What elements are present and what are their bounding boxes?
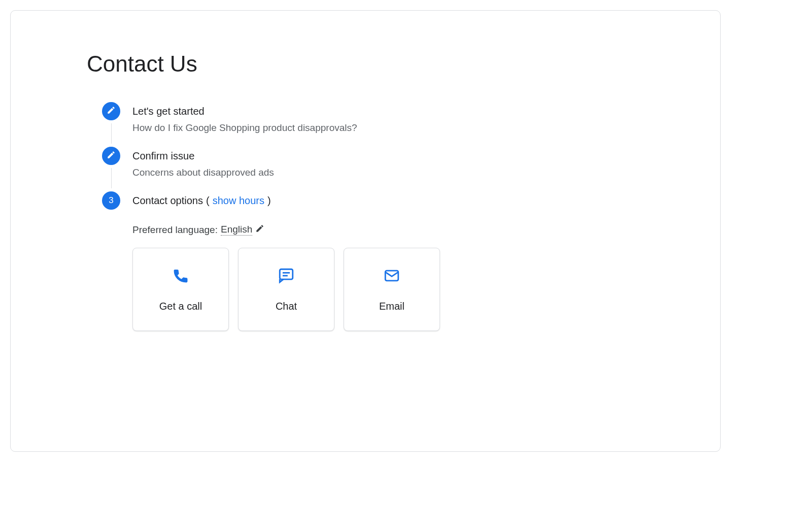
contact-option-chat[interactable]: Chat: [238, 248, 334, 331]
steps-list: Let's get started How do I fix Google Sh…: [102, 102, 659, 343]
show-hours-link[interactable]: show hours: [213, 191, 264, 210]
step-title: Let's get started: [132, 102, 659, 120]
pencil-icon: [107, 106, 116, 117]
contact-option-label: Email: [379, 301, 404, 312]
svg-rect-0: [280, 269, 293, 279]
pencil-icon: [107, 150, 116, 162]
preferred-language-value: English: [221, 224, 252, 236]
contact-option-label: Get a call: [159, 301, 202, 312]
step-marker-edit[interactable]: [102, 102, 120, 120]
paren-open: (: [206, 191, 210, 210]
step-get-started: Let's get started How do I fix Google Sh…: [102, 102, 659, 147]
email-icon: [383, 267, 400, 286]
step-subtitle: Concerns about disapproved ads: [132, 167, 659, 178]
chat-icon: [278, 267, 295, 286]
contact-card-container: Contact Us Let's get started How do I fi…: [10, 10, 721, 452]
preferred-language-label: Preferred language:: [132, 224, 218, 236]
step-confirm-issue: Confirm issue Concerns about disapproved…: [102, 147, 659, 191]
preferred-language-row: Preferred language: English: [132, 224, 659, 236]
contact-options-row: Get a call Chat: [132, 248, 659, 331]
contact-option-email[interactable]: Email: [344, 248, 440, 331]
step-subtitle: How do I fix Google Shopping product dis…: [132, 122, 659, 134]
step-title: Confirm issue: [132, 147, 659, 165]
paren-close: ): [267, 191, 271, 210]
step-marker-current: 3: [102, 191, 120, 210]
step-connector: [111, 123, 112, 144]
contact-option-label: Chat: [276, 301, 297, 312]
contact-option-call[interactable]: Get a call: [132, 248, 229, 331]
step-marker-edit[interactable]: [102, 147, 120, 165]
step-title: Contact options: [132, 191, 203, 210]
step-contact-options: 3 Contact options (show hours) Preferred…: [102, 191, 659, 343]
phone-icon: [172, 267, 189, 286]
step-connector: [111, 168, 112, 188]
page-title: Contact Us: [87, 51, 659, 77]
pencil-icon[interactable]: [255, 224, 264, 236]
